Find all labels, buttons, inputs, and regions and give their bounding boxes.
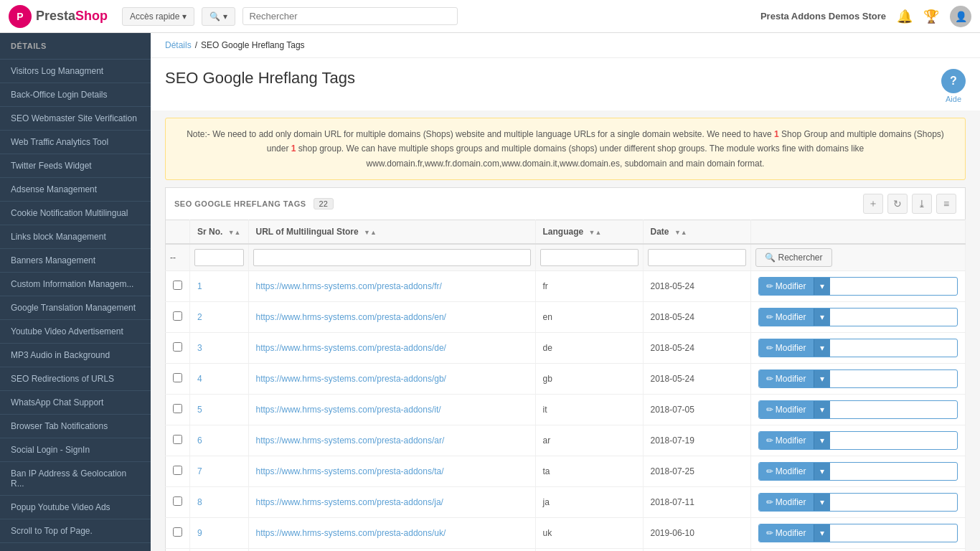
help-button[interactable]: ? Aide	[941, 69, 966, 103]
srno-link[interactable]: 6	[197, 435, 202, 446]
quick-access-button[interactable]: Accès rapide ▾	[122, 7, 194, 26]
modifier-main-button[interactable]: ✏ Modifier	[759, 339, 814, 357]
srno-link[interactable]: 8	[197, 497, 202, 507]
row-checkbox[interactable]	[173, 311, 182, 321]
sidebar-item-whatsapp[interactable]: WhatsApp Chat Support	[0, 391, 151, 415]
modifier-dropdown-button[interactable]: ▾	[814, 339, 830, 357]
settings-button[interactable]: ≡	[936, 194, 956, 214]
srno-link[interactable]: 9	[197, 528, 202, 538]
row-checkbox[interactable]	[173, 496, 182, 506]
sidebar-item-social-login[interactable]: Social Login - SignIn	[0, 438, 151, 462]
modifier-dropdown-button[interactable]: ▾	[814, 524, 830, 542]
url-link[interactable]: https://www.hrms-systems.com/presta-addo…	[256, 466, 444, 476]
modifier-main-button[interactable]: ✏ Modifier	[759, 463, 814, 480]
highlight-2: 1	[291, 143, 296, 154]
url-link[interactable]: https://www.hrms-systems.com/presta-addo…	[256, 281, 442, 291]
url-link[interactable]: https://www.hrms-systems.com/presta-addo…	[256, 435, 445, 446]
row-checkbox-cell	[166, 333, 190, 364]
export-button[interactable]: ⤓	[912, 194, 932, 214]
sidebar-item-cookie-notification[interactable]: Cookie Notification Multilingual	[0, 202, 151, 225]
row-srno: 7	[190, 456, 249, 487]
modifier-dropdown-button[interactable]: ▾	[814, 463, 830, 480]
modifier-dropdown-button[interactable]: ▾	[814, 401, 830, 418]
avatar[interactable]: 👤	[950, 6, 971, 27]
modifier-dropdown-button[interactable]: ▾	[814, 370, 830, 387]
sidebar-item-adsense[interactable]: Adsense Management	[0, 178, 151, 202]
date-sort-icons[interactable]: ▼▲	[674, 229, 687, 236]
page-header: SEO Google Hreflang Tags ? Aide	[151, 58, 980, 110]
modifier-dropdown-button[interactable]: ▾	[814, 432, 830, 449]
row-checkbox[interactable]	[173, 404, 182, 413]
notification-bell-icon[interactable]: 🔔	[897, 9, 913, 24]
modifier-main-button[interactable]: ✏ Modifier	[759, 524, 814, 542]
sidebar-item-youtube-ads[interactable]: Youtube Video Advertisement	[0, 320, 151, 344]
url-link[interactable]: https://www.hrms-systems.com/presta-addo…	[256, 343, 446, 353]
srno-link[interactable]: 5	[197, 405, 202, 415]
breadcrumb-details-link[interactable]: Détails	[165, 40, 192, 50]
search-input[interactable]	[249, 11, 451, 22]
row-checkbox[interactable]	[173, 527, 182, 537]
language-sort-icons[interactable]: ▼▲	[589, 229, 602, 236]
refresh-button[interactable]: ↻	[887, 194, 908, 214]
url-link[interactable]: https://www.hrms-systems.com/presta-addo…	[256, 497, 443, 507]
row-srno: 4	[190, 364, 249, 395]
sidebar-item-links-block[interactable]: Links block Management	[0, 225, 151, 249]
modifier-main-button[interactable]: ✏ Modifier	[759, 494, 814, 511]
filter-search-button[interactable]: 🔍 Rechercher	[755, 248, 832, 267]
row-checkbox-cell	[166, 395, 190, 425]
modifier-main-button[interactable]: ✏ Modifier	[759, 401, 814, 418]
row-checkbox[interactable]	[173, 281, 182, 290]
sidebar-item-popup-youtube[interactable]: Popup Youtube Video Ads	[0, 496, 151, 519]
url-link[interactable]: https://www.hrms-systems.com/presta-addo…	[256, 312, 446, 322]
sidebar-item-twitter-feeds[interactable]: Twitter Feeds Widget	[0, 154, 151, 178]
filter-date-input[interactable]	[648, 249, 746, 266]
sidebar-item-mp3-audio[interactable]: MP3 Audio in Background	[0, 344, 151, 367]
srno-link[interactable]: 7	[197, 466, 202, 476]
row-language: ar	[535, 425, 643, 456]
filter-srno-input[interactable]	[194, 249, 244, 266]
row-checkbox[interactable]	[173, 342, 182, 352]
sidebar-item-web-traffic[interactable]: Web Traffic Analytics Tool	[0, 131, 151, 154]
sidebar-item-custom-info[interactable]: Custom Information Managem...	[0, 273, 151, 296]
sidebar-item-back-office-login[interactable]: Back-Office Login Details	[0, 83, 151, 107]
row-checkbox[interactable]	[173, 373, 182, 382]
url-link[interactable]: https://www.hrms-systems.com/presta-addo…	[256, 405, 441, 415]
content-area: SEO GOOGLE HREFLANG TAGS 22 ＋ ↻ ⤓ ≡ Sr N…	[151, 187, 980, 551]
row-checkbox[interactable]	[173, 466, 182, 475]
search-mode-button[interactable]: 🔍 ▾	[202, 7, 235, 26]
url-link[interactable]: https://www.hrms-systems.com/presta-addo…	[256, 528, 446, 538]
modifier-main-button[interactable]: ✏ Modifier	[759, 432, 814, 449]
url-sort-icons[interactable]: ▼▲	[364, 229, 377, 236]
trophy-icon[interactable]: 🏆	[923, 9, 939, 24]
srno-link[interactable]: 1	[197, 281, 202, 291]
srno-link[interactable]: 3	[197, 343, 202, 353]
row-language: it	[535, 395, 643, 425]
sidebar-item-seo-redirections[interactable]: SEO Redirections of URLS	[0, 367, 151, 391]
top-navigation: P PrestaShop Accès rapide ▾ 🔍 ▾ Presta A…	[0, 0, 980, 33]
url-link[interactable]: https://www.hrms-systems.com/presta-addo…	[256, 374, 446, 384]
row-language: de	[535, 333, 643, 364]
modifier-main-button[interactable]: ✏ Modifier	[759, 370, 814, 387]
add-button[interactable]: ＋	[863, 194, 883, 214]
srno-sort-icons[interactable]: ▼▲	[228, 229, 241, 236]
sidebar-item-seo-webmaster[interactable]: SEO Webmaster Site Verification	[0, 107, 151, 131]
modifier-main-button[interactable]: ✏ Modifier	[759, 278, 814, 295]
row-checkbox[interactable]	[173, 435, 182, 444]
sidebar-item-browser-tab[interactable]: Browser Tab Notifications	[0, 415, 151, 438]
sidebar-item-scroll-top[interactable]: Scroll to Top of Page.	[0, 519, 151, 543]
row-date: 2018-05-24	[643, 364, 750, 395]
sidebar-item-google-translation[interactable]: Google Translation Management	[0, 296, 151, 320]
sidebar-item-ban-ip[interactable]: Ban IP Address & Geolocation R...	[0, 462, 151, 496]
modifier-main-button[interactable]: ✏ Modifier	[759, 309, 814, 326]
srno-link[interactable]: 2	[197, 312, 202, 322]
filter-url-input[interactable]	[253, 249, 531, 266]
sidebar-item-visitors-log[interactable]: Visitors Log Managment	[0, 60, 151, 83]
filter-language-input[interactable]	[540, 249, 639, 266]
sidebar-item-tawk[interactable]: Tawk.to Multilingual Live Chat S...	[0, 543, 151, 551]
sidebar-item-banners[interactable]: Banners Management	[0, 249, 151, 273]
modifier-dropdown-button[interactable]: ▾	[814, 309, 830, 326]
main-layout: DÉTAILS Visitors Log ManagmentBack-Offic…	[0, 33, 980, 551]
srno-link[interactable]: 4	[197, 374, 202, 384]
modifier-dropdown-button[interactable]: ▾	[814, 278, 830, 295]
modifier-dropdown-button[interactable]: ▾	[814, 494, 830, 511]
